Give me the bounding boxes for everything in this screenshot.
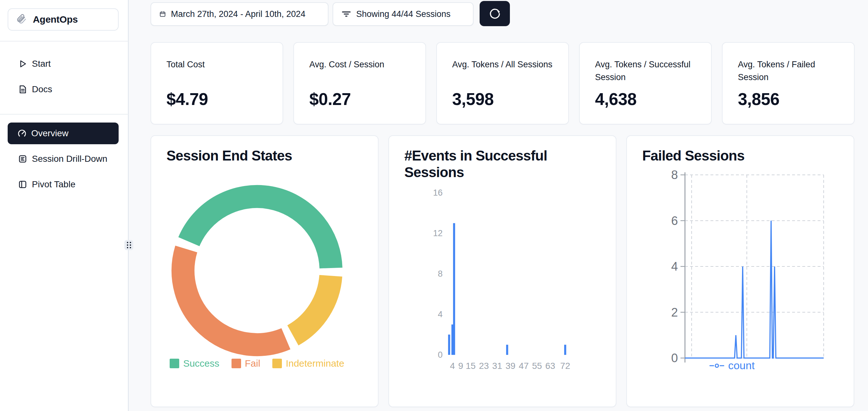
stat-value: $0.27 — [309, 89, 351, 109]
columns-icon — [18, 179, 28, 189]
sidebar-divider — [0, 41, 129, 41]
sidebar-item-pivot-table[interactable]: Pivot Table — [0, 172, 129, 197]
stat-label: Avg. Tokens / All Sessions — [452, 58, 557, 71]
stat-value: 3,598 — [452, 89, 494, 109]
sidebar-item-start[interactable]: Start — [0, 51, 129, 77]
sidebar-item-label: Start — [32, 59, 51, 69]
stat-card-avg-cost-session: Avg. Cost / Session $0.27 — [293, 42, 426, 124]
svg-text:2: 2 — [671, 306, 678, 319]
svg-text:31: 31 — [492, 361, 502, 371]
svg-text:15: 15 — [466, 361, 475, 371]
svg-text:4: 4 — [438, 310, 443, 319]
svg-text:63: 63 — [545, 361, 555, 371]
legend-item-success[interactable]: Success — [169, 358, 219, 369]
donut-chart — [171, 184, 343, 357]
charts-row: Session End States Success Fail Indeterm… — [151, 135, 854, 407]
fail-swatch — [231, 359, 241, 368]
sidebar-item-label: Session Drill-Down — [32, 154, 107, 164]
sidebar-divider — [0, 114, 129, 115]
svg-text:9: 9 — [458, 361, 463, 371]
stat-card-avg-tokens-all: Avg. Tokens / All Sessions 3,598 — [436, 42, 569, 124]
svg-text:55: 55 — [532, 361, 542, 371]
svg-text:8: 8 — [671, 168, 678, 182]
svg-text:47: 47 — [519, 361, 529, 371]
logo[interactable]: AgentOps — [8, 8, 119, 31]
stats-row: Total Cost $4.79 Avg. Cost / Session $0.… — [151, 42, 855, 124]
stat-card-avg-tokens-failed: Avg. Tokens / Failed Session 3,856 — [722, 42, 855, 124]
events-in-successful-sessions-card: #Events in Successful Sessions 048121649… — [389, 135, 616, 407]
stat-card-avg-tokens-successful: Avg. Tokens / Successful Session 4,638 — [579, 42, 712, 124]
sidebar-item-docs[interactable]: Docs — [0, 77, 129, 102]
sidebar-item-overview[interactable]: Overview — [8, 122, 119, 144]
play-icon — [18, 59, 28, 69]
stat-value: 4,638 — [595, 89, 637, 109]
svg-text:39: 39 — [505, 361, 515, 371]
failed-sessions-card: Failed Sessions 02468 count — [626, 135, 854, 407]
legend-label: Fail — [245, 358, 260, 369]
line-chart: 02468 — [646, 168, 844, 372]
indeterminate-swatch — [272, 359, 282, 368]
svg-text:23: 23 — [479, 361, 489, 371]
stat-label: Avg. Tokens / Successful Session — [595, 58, 700, 84]
svg-text:16: 16 — [433, 188, 443, 198]
svg-text:6: 6 — [671, 214, 678, 228]
count-legend[interactable]: count — [646, 359, 818, 372]
stat-value: 3,856 — [738, 89, 779, 109]
donut-legend: Success Fail Indeterminate — [151, 358, 363, 369]
success-swatch — [169, 359, 179, 368]
svg-text:4: 4 — [450, 361, 455, 371]
stat-value: $4.79 — [166, 89, 208, 109]
legend-label: Success — [183, 358, 219, 369]
sidebar-item-label: Docs — [32, 84, 52, 94]
list-box-icon — [18, 154, 28, 164]
filter-icon — [342, 9, 351, 19]
stat-label: Avg. Cost / Session — [309, 58, 414, 71]
stat-label: Avg. Tokens / Failed Session — [738, 58, 843, 84]
svg-text:8: 8 — [438, 269, 443, 278]
svg-text:12: 12 — [433, 229, 443, 238]
chart-title: Failed Sessions — [642, 147, 745, 164]
chart-title: Session End States — [166, 147, 292, 164]
sidebar-item-label: Pivot Table — [32, 179, 75, 189]
stat-label: Total Cost — [166, 58, 272, 71]
session-end-states-card: Session End States Success Fail Indeterm… — [151, 135, 378, 407]
sidebar-item-session-drill-down[interactable]: Session Drill-Down — [0, 146, 129, 172]
stat-card-total-cost: Total Cost $4.79 — [151, 42, 283, 124]
svg-text:72: 72 — [560, 361, 570, 371]
gauge-icon — [17, 128, 27, 139]
bar-chart: 0481216491523313947556372 — [399, 187, 606, 382]
refresh-button[interactable] — [479, 1, 510, 26]
calendar-icon — [159, 11, 166, 17]
svg-text:4: 4 — [671, 260, 678, 273]
legend-label: count — [728, 359, 754, 372]
document-icon — [18, 84, 28, 94]
chart-title: #Events in Successful Sessions — [404, 147, 570, 181]
filter-button[interactable]: Showing 44/44 Sessions — [333, 2, 473, 26]
legend-label: Indeterminate — [286, 358, 344, 369]
paperclip-logo-icon — [15, 13, 28, 26]
sidebar-item-label: Overview — [31, 128, 68, 139]
filter-label: Showing 44/44 Sessions — [356, 9, 451, 19]
sidebar-resize-handle[interactable] — [124, 240, 133, 250]
line-series-marker-icon — [710, 363, 724, 368]
refresh-icon — [489, 8, 501, 20]
date-range-button[interactable]: March 27th, 2024 - April 10th, 2024 — [151, 2, 329, 26]
legend-item-fail[interactable]: Fail — [231, 358, 260, 369]
legend-item-indeterminate[interactable]: Indeterminate — [272, 358, 344, 369]
sidebar: AgentOps Start Docs — [0, 0, 129, 411]
app-root: AgentOps Start Docs — [0, 0, 868, 411]
svg-text:0: 0 — [438, 350, 443, 360]
date-range-label: March 27th, 2024 - April 10th, 2024 — [171, 9, 306, 19]
app-title: AgentOps — [33, 14, 78, 25]
